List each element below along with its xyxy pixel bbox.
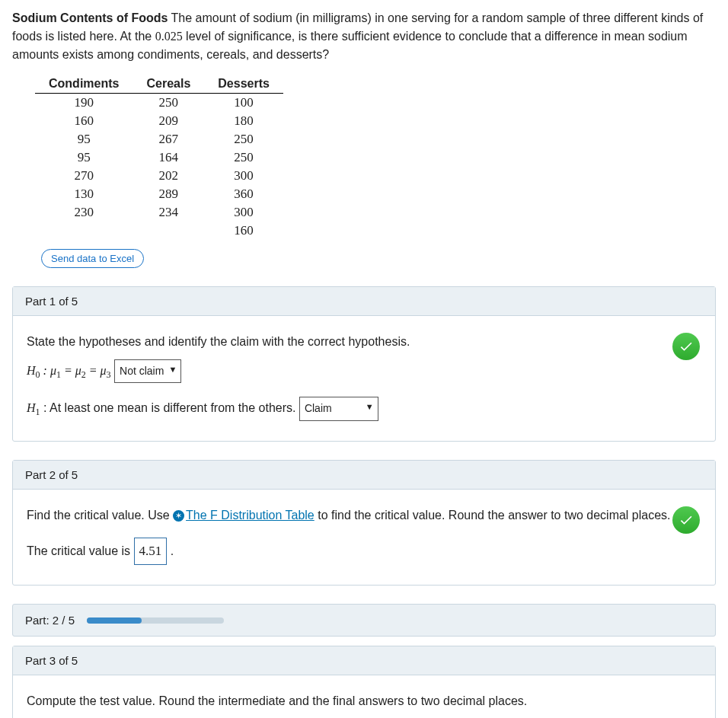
table-cell: 95: [35, 148, 133, 167]
correct-check-icon: [672, 506, 700, 534]
table-cell: 164: [133, 148, 204, 167]
f-table-link[interactable]: The F Distribution Table: [186, 509, 315, 522]
data-table-body: 1902501001602091809526725095164250270202…: [35, 94, 283, 241]
part1-header: Part 1 of 5: [13, 287, 715, 316]
part2-card: Part 2 of 5 Find the critical value. Use…: [12, 460, 716, 586]
h0-claim-select[interactable]: Not claim: [114, 359, 181, 383]
table-row: 270202300: [35, 167, 283, 185]
col-header: Cereals: [133, 75, 204, 94]
part2-prompt-a: Find the critical value. Use: [27, 509, 173, 522]
table-cell: 100: [204, 94, 283, 113]
part1-prompt: State the hypotheses and identify the cl…: [27, 331, 701, 353]
table-cell: [133, 222, 204, 240]
external-link-icon: ✶: [173, 510, 184, 522]
progress-label: Part: 2 / 5: [25, 614, 75, 627]
table-cell: 270: [35, 167, 133, 185]
part1-card: Part 1 of 5 State the hypotheses and ide…: [12, 286, 716, 442]
part3-prompt: Compute the test value. Round the interm…: [27, 691, 701, 713]
table-cell: 234: [133, 203, 204, 222]
part2-prompt-b: to find the critical value. Round the an…: [318, 509, 670, 522]
table-cell: 95: [35, 130, 133, 148]
table-cell: 267: [133, 130, 204, 148]
h1-label: H1: [27, 401, 40, 414]
table-row: 95267250: [35, 130, 283, 148]
table-row: 130289360: [35, 185, 283, 203]
data-table: Condiments Cereals Desserts 190250100160…: [35, 75, 283, 240]
col-header: Condiments: [35, 75, 133, 94]
table-row: 95164250: [35, 148, 283, 167]
table-row: 160209180: [35, 112, 283, 130]
table-cell: 190: [35, 94, 133, 113]
table-cell: 130: [35, 185, 133, 203]
progress-bar-card: Part: 2 / 5: [12, 604, 716, 637]
table-cell: 250: [204, 148, 283, 167]
send-to-excel-button[interactable]: Send data to Excel: [41, 249, 144, 268]
table-cell: 360: [204, 185, 283, 203]
table-cell: 300: [204, 167, 283, 185]
period: .: [171, 544, 174, 557]
table-cell: 250: [133, 94, 204, 113]
part3-header: Part 3 of 5: [13, 646, 715, 675]
table-cell: 202: [133, 167, 204, 185]
table-cell: 209: [133, 112, 204, 130]
table-cell: 250: [204, 130, 283, 148]
part2-header: Part 2 of 5: [13, 461, 715, 490]
table-row: 230234300: [35, 203, 283, 222]
table-cell: 289: [133, 185, 204, 203]
progress-fill: [87, 617, 142, 624]
table-cell: 180: [204, 112, 283, 130]
table-cell: 160: [35, 112, 133, 130]
problem-title: Sodium Contents of Foods: [12, 11, 168, 24]
table-row: 160: [35, 222, 283, 240]
h1-claim-select[interactable]: Claim: [299, 397, 378, 420]
critical-value-label: The critical value is: [27, 544, 134, 557]
progress-track: [87, 617, 224, 624]
problem-intro: Sodium Contents of Foods The amount of s…: [12, 9, 716, 64]
table-cell: 230: [35, 203, 133, 222]
table-cell: [35, 222, 133, 240]
correct-check-icon: [672, 333, 700, 360]
part3-card: Part 3 of 5 Compute the test value. Roun…: [12, 646, 716, 718]
sig-level: 0.025: [155, 30, 183, 43]
h0-label: H0 : μ1 = μ2 = μ3: [27, 364, 111, 377]
table-cell: 300: [204, 203, 283, 222]
col-header: Desserts: [204, 75, 283, 94]
critical-value-input[interactable]: 4.51: [134, 538, 168, 566]
h1-text: : At least one mean is different from th…: [40, 401, 299, 414]
table-row: 190250100: [35, 94, 283, 113]
table-cell: 160: [204, 222, 283, 240]
